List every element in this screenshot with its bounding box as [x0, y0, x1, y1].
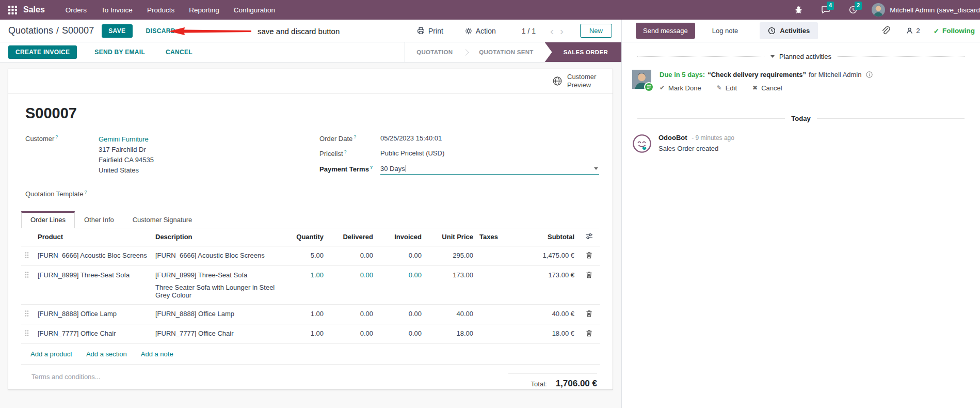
statusbar-step[interactable]: QUOTATION	[405, 42, 464, 62]
create-invoice-button[interactable]: CREATE INVOICE	[8, 45, 77, 59]
column-header[interactable]: Product	[35, 228, 152, 245]
nav-menu-item[interactable]: To Invoice	[94, 6, 140, 14]
followers-button[interactable]: 2	[906, 27, 920, 35]
cell-unit-price[interactable]: 18.00	[425, 324, 476, 342]
cell-description[interactable]: [FURN_8888] Office Lamp	[152, 305, 282, 323]
column-header[interactable]: Description	[152, 228, 282, 245]
cell-description[interactable]: [FURN_8999] Three-Seat SofaThree Seater …	[152, 266, 282, 304]
cell-invoiced[interactable]: 0.00	[376, 266, 425, 284]
table-row[interactable]: [FURN_7777] Office Chair[FURN_7777] Offi…	[21, 324, 600, 344]
cell-unit-price[interactable]: 295.00	[425, 246, 476, 264]
column-header[interactable]: Delivered	[327, 228, 376, 245]
mark-done-button[interactable]: ✔ Mark Done	[660, 84, 701, 92]
pager-previous-icon[interactable]: ‹	[550, 25, 554, 36]
message-author[interactable]: OdooBot	[658, 134, 687, 142]
drag-handle-icon[interactable]	[25, 310, 29, 317]
terms-placeholder[interactable]: Terms and conditions...	[31, 373, 101, 389]
row-delete[interactable]	[577, 324, 600, 343]
drag-handle-icon[interactable]	[25, 252, 29, 259]
planned-activities-separator[interactable]: Planned activities	[631, 53, 971, 60]
cell-quantity[interactable]: 5.00	[282, 246, 327, 264]
cell-taxes[interactable]	[476, 324, 520, 335]
cell-invoiced[interactable]: 0.00	[376, 305, 425, 323]
apps-grid-icon[interactable]	[8, 6, 17, 14]
save-button[interactable]: SAVE	[102, 24, 132, 38]
activity-clock-icon[interactable]: 2	[849, 6, 857, 14]
cell-description[interactable]: [FURN_6666] Acoustic Bloc Screens	[152, 246, 282, 264]
following-button[interactable]: ✓ Following	[934, 27, 975, 35]
tab-customer-signature[interactable]: Customer Signature	[123, 211, 202, 228]
cell-delivered[interactable]: 0.00	[327, 246, 376, 264]
cell-taxes[interactable]	[476, 305, 520, 315]
customer-preview-button[interactable]: Customer Preview	[552, 73, 601, 90]
app-name[interactable]: Sales	[23, 5, 45, 14]
breadcrumb-quotations[interactable]: Quotations	[8, 25, 53, 36]
column-header[interactable]: Invoiced	[376, 228, 425, 245]
table-row[interactable]: [FURN_8999] Three-Seat Sofa[FURN_8999] T…	[21, 266, 600, 305]
cell-delivered[interactable]: 0.00	[327, 324, 376, 342]
cancel-button[interactable]: CANCEL	[163, 48, 196, 56]
tab-other-info[interactable]: Other Info	[75, 211, 123, 228]
cell-description[interactable]: [FURN_7777] Office Chair	[152, 324, 282, 342]
log-note-button[interactable]: Log note	[709, 26, 742, 35]
column-header[interactable]: Subtotal	[520, 228, 577, 245]
nav-menu-item[interactable]: Configuration	[227, 6, 282, 14]
cell-invoiced[interactable]: 0.00	[376, 246, 425, 264]
trash-icon[interactable]	[586, 271, 592, 278]
cell-taxes[interactable]	[476, 266, 520, 276]
cell-delivered[interactable]: 0.00	[327, 266, 376, 284]
activities-button[interactable]: Activities	[760, 22, 818, 39]
cell-product[interactable]: [FURN_8888] Office Lamp	[35, 305, 152, 323]
trash-icon[interactable]	[586, 310, 592, 317]
cell-taxes[interactable]	[476, 246, 520, 257]
add-note-link[interactable]: Add a note	[141, 350, 173, 358]
nav-menu-item[interactable]: Reporting	[182, 6, 227, 14]
row-delete[interactable]	[577, 305, 600, 324]
user-menu[interactable]: Mitchell Admin (save_discard	[890, 6, 980, 14]
discard-button[interactable]: DISCARD	[143, 27, 179, 35]
row-delete[interactable]	[577, 246, 600, 265]
tab-order-lines[interactable]: Order Lines	[21, 211, 75, 228]
customer-link[interactable]: Gemini Furniture	[99, 135, 149, 143]
payment-terms-field[interactable]: 30 Days	[380, 165, 599, 175]
cell-quantity[interactable]: 1.00	[282, 324, 327, 342]
print-button[interactable]: Print	[414, 26, 446, 36]
trash-icon[interactable]	[586, 252, 592, 259]
trash-icon[interactable]	[586, 329, 592, 337]
nav-menu-item[interactable]: Products	[140, 6, 182, 14]
messages-icon[interactable]: 4	[821, 6, 830, 14]
attachment-paperclip-icon[interactable]	[880, 26, 890, 36]
cell-quantity[interactable]: 1.00	[282, 266, 327, 284]
row-drag-handle[interactable]	[21, 324, 35, 343]
drag-handle-icon[interactable]	[25, 329, 29, 337]
quotation-template-field[interactable]	[99, 190, 319, 198]
add-section-link[interactable]: Add a section	[86, 350, 127, 358]
send-by-email-button[interactable]: SEND BY EMAIL	[91, 48, 148, 56]
new-button[interactable]: New	[580, 24, 612, 38]
info-icon[interactable]	[866, 71, 873, 78]
table-row[interactable]: [FURN_8888] Office Lamp[FURN_8888] Offic…	[21, 305, 600, 324]
cell-product[interactable]: [FURN_6666] Acoustic Bloc Screens	[35, 246, 152, 264]
drag-handle-icon[interactable]	[25, 271, 29, 278]
column-header[interactable]: Taxes	[476, 228, 520, 245]
cell-quantity[interactable]: 1.00	[282, 305, 327, 323]
cell-unit-price[interactable]: 173.00	[425, 266, 476, 284]
column-toggler[interactable]	[577, 228, 600, 246]
cell-invoiced[interactable]: 0.00	[376, 324, 425, 342]
table-row[interactable]: [FURN_6666] Acoustic Bloc Screens[FURN_6…	[21, 246, 600, 266]
statusbar-step[interactable]: QUOTATION SENT	[468, 42, 544, 62]
row-drag-handle[interactable]	[21, 266, 35, 285]
cell-product[interactable]: [FURN_8999] Three-Seat Sofa	[35, 266, 152, 284]
optional-columns-icon[interactable]	[585, 233, 593, 240]
statusbar-step[interactable]: SALES ORDER	[545, 42, 621, 62]
pager-next-icon[interactable]: ›	[560, 25, 564, 36]
cell-unit-price[interactable]: 40.00	[425, 305, 476, 323]
nav-menu-item[interactable]: Orders	[58, 6, 94, 14]
debug-bug-icon[interactable]	[795, 6, 802, 14]
pricelist-value[interactable]: Public Pricelist (USD)	[380, 149, 599, 158]
cell-delivered[interactable]: 0.00	[327, 305, 376, 323]
send-message-button[interactable]: Send message	[636, 23, 695, 39]
order-date-value[interactable]: 05/25/2023 15:40:01	[380, 134, 599, 143]
add-product-link[interactable]: Add a product	[30, 350, 72, 358]
row-drag-handle[interactable]	[21, 246, 35, 265]
